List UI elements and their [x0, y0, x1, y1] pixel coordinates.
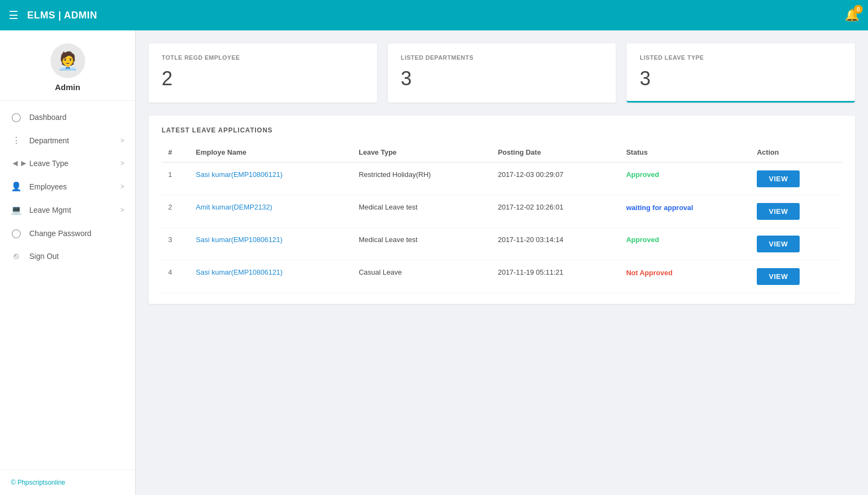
sidebar-item-leave-mgmt[interactable]: 💻 Leave Mgmt > — [0, 198, 135, 221]
col-status: Status — [620, 143, 750, 162]
col-num: # — [162, 143, 189, 162]
view-button[interactable]: VIEW — [757, 170, 800, 187]
stat-label-regd: TOTLE REGD EMPLOYEE — [162, 54, 364, 61]
sidebar-item-label-change-password: Change Password — [29, 229, 91, 238]
sidebar-item-label-leave-mgmt: Leave Mgmt — [29, 206, 71, 214]
leave-applications-table: # Employe Name Leave Type Posting Date S… — [162, 143, 842, 293]
chevron-right-icon: > — [120, 206, 124, 214]
status-badge: Not Approved — [620, 261, 750, 293]
cell-posting-date: 2017-12-03 00:29:07 — [492, 162, 620, 195]
sidebar-item-label-sign-out: Sign Out — [29, 252, 59, 261]
sidebar-item-employees[interactable]: 👤 Employees > — [0, 175, 135, 198]
change-password-icon: ◯ — [11, 228, 22, 238]
status-badge: Approved — [620, 162, 750, 195]
leave-mgmt-icon: 💻 — [11, 205, 22, 215]
cell-action: VIEW — [750, 195, 842, 228]
stat-card-dept: LISTED DEPARTMENTS 3 — [388, 43, 616, 103]
admin-name: Admin — [55, 82, 80, 92]
sidebar-item-label-employees: Employees — [29, 182, 67, 191]
cell-num: 3 — [162, 228, 189, 261]
col-leave-type: Leave Type — [352, 143, 491, 162]
employees-icon: 👤 — [11, 181, 22, 192]
sidebar: 🧑‍💼 Admin ◯ Dashboard ⋮ Department > — [0, 30, 136, 495]
sidebar-item-sign-out[interactable]: ⎋ Sign Out — [0, 245, 135, 268]
avatar: 🧑‍💼 — [50, 43, 85, 78]
cell-posting-date: 2017-11-20 03:14:14 — [492, 228, 620, 261]
sidebar-item-leave-type[interactable]: ◄► Leave Type > — [0, 152, 135, 175]
main-layout: 🧑‍💼 Admin ◯ Dashboard ⋮ Department > — [0, 30, 868, 495]
dashboard-icon: ◯ — [11, 112, 22, 122]
stat-label-leave: LISTED LEAVE TYPE — [640, 54, 842, 61]
sidebar-item-department[interactable]: ⋮ Department > — [0, 129, 135, 152]
col-action: Action — [750, 143, 842, 162]
stat-label-dept: LISTED DEPARTMENTS — [401, 54, 603, 61]
cell-employee-name[interactable]: Sasi kumar(EMP10806121) — [189, 162, 352, 195]
top-navbar: ☰ ELMS | ADMIN 🔔 0 — [0, 0, 868, 30]
department-icon: ⋮ — [11, 135, 22, 145]
cell-posting-date: 2017-11-19 05:11:21 — [492, 261, 620, 293]
view-button[interactable]: VIEW — [757, 203, 800, 220]
sidebar-item-label-leave-type: Leave Type — [29, 159, 68, 168]
section-title: LATEST LEAVE APPLICATIONS — [162, 126, 842, 134]
stat-card-leave: LISTED LEAVE TYPE 3 — [627, 43, 855, 103]
main-content: TOTLE REGD EMPLOYEE 2 LISTED DEPARTMENTS… — [136, 30, 868, 495]
cell-action: VIEW — [750, 261, 842, 293]
sidebar-footer: © Phpscriptsonline — [0, 469, 135, 495]
status-badge: Approved — [620, 228, 750, 261]
chevron-right-icon: > — [120, 137, 124, 144]
cell-num: 2 — [162, 195, 189, 228]
cell-leave-type: Restricted Holiday(RH) — [352, 162, 491, 195]
chevron-right-icon: > — [120, 183, 124, 191]
stat-card-regd: TOTLE REGD EMPLOYEE 2 — [149, 43, 377, 103]
cell-action: VIEW — [750, 228, 842, 261]
cell-leave-type: Medical Leave test — [352, 228, 491, 261]
cell-num: 4 — [162, 261, 189, 293]
table-header: # Employe Name Leave Type Posting Date S… — [162, 143, 842, 162]
stats-cards-row: TOTLE REGD EMPLOYEE 2 LISTED DEPARTMENTS… — [149, 43, 855, 103]
view-button[interactable]: VIEW — [757, 236, 800, 252]
cell-num: 1 — [162, 162, 189, 195]
sidebar-item-dashboard[interactable]: ◯ Dashboard — [0, 105, 135, 129]
cell-leave-type: Medical Leave test — [352, 195, 491, 228]
chevron-right-icon: > — [120, 160, 124, 167]
cell-employee-name[interactable]: Sasi kumar(EMP10806121) — [189, 228, 352, 261]
sidebar-item-label-department: Department — [29, 136, 69, 145]
stat-value-leave: 3 — [640, 67, 842, 90]
view-button[interactable]: VIEW — [757, 268, 800, 285]
col-posting-date: Posting Date — [492, 143, 620, 162]
cell-action: VIEW — [750, 162, 842, 195]
avatar-icon: 🧑‍💼 — [57, 50, 79, 71]
status-badge: waiting for approval — [620, 195, 750, 228]
sidebar-item-change-password[interactable]: ◯ Change Password — [0, 221, 135, 245]
notification-badge: 0 — [854, 5, 863, 14]
table-row: 2Amit kumar(DEMP2132)Medical Leave test2… — [162, 195, 842, 228]
cell-leave-type: Casual Leave — [352, 261, 491, 293]
col-name: Employe Name — [189, 143, 352, 162]
table-row: 3Sasi kumar(EMP10806121)Medical Leave te… — [162, 228, 842, 261]
table-row: 1Sasi kumar(EMP10806121)Restricted Holid… — [162, 162, 842, 195]
cell-employee-name[interactable]: Amit kumar(DEMP2132) — [189, 195, 352, 228]
stat-value-regd: 2 — [162, 67, 364, 90]
app-title: ELMS | ADMIN — [27, 10, 97, 21]
leave-applications-section: LATEST LEAVE APPLICATIONS # Employe Name… — [149, 116, 855, 304]
stat-value-dept: 3 — [401, 67, 603, 90]
sign-out-icon: ⎋ — [11, 251, 22, 261]
hamburger-menu[interactable]: ☰ — [9, 9, 18, 22]
sidebar-profile: 🧑‍💼 Admin — [0, 30, 135, 101]
sidebar-item-label-dashboard: Dashboard — [29, 113, 67, 122]
table-row: 4Sasi kumar(EMP10806121)Casual Leave2017… — [162, 261, 842, 293]
cell-posting-date: 2017-12-02 10:26:01 — [492, 195, 620, 228]
cell-employee-name[interactable]: Sasi kumar(EMP10806121) — [189, 261, 352, 293]
leave-type-icon: ◄► — [11, 158, 22, 168]
notification-bell-container: 🔔 0 — [845, 8, 859, 22]
table-body: 1Sasi kumar(EMP10806121)Restricted Holid… — [162, 162, 842, 293]
sidebar-nav: ◯ Dashboard ⋮ Department > ◄► Leave Type… — [0, 101, 135, 469]
